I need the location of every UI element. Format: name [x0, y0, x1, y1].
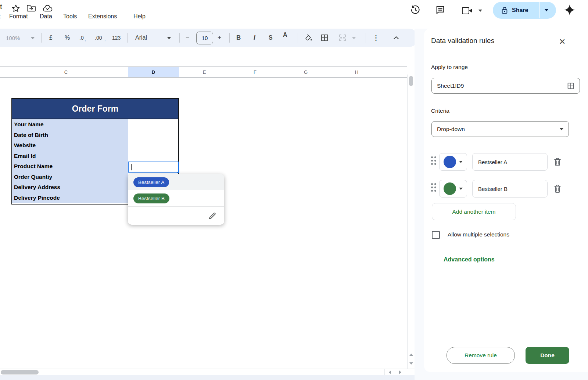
- toolbar-divider: [179, 33, 180, 43]
- rule-item-row: Bestseller B: [424, 180, 588, 198]
- horizontal-scrollbar-thumb[interactable]: [1, 370, 39, 374]
- scroll-left-button[interactable]: [384, 369, 395, 376]
- scroll-up-button[interactable]: [408, 350, 415, 359]
- order-form-label-column: Your Name Date of Birth Website Email Id…: [12, 119, 128, 203]
- more-formats-button[interactable]: 123: [112, 29, 121, 47]
- more-toolbar-button[interactable]: ⋮: [373, 29, 379, 47]
- color-picker-caret: [459, 161, 463, 163]
- selected-cell-d9[interactable]: [128, 162, 179, 173]
- cell-delivery-pincode[interactable]: Delivery Pincode: [12, 193, 128, 203]
- share-dropdown-caret[interactable]: [545, 9, 548, 11]
- dropdown-chip-bestseller-a[interactable]: Bestseller A: [133, 177, 169, 187]
- advanced-options-link[interactable]: Advanced options: [444, 256, 495, 263]
- cell-delivery-address[interactable]: Delivery Address: [12, 182, 128, 193]
- menu-format[interactable]: Format: [9, 13, 28, 20]
- item-input-bestseller-b[interactable]: Bestseller B: [472, 180, 548, 198]
- vertical-scrollbar[interactable]: [407, 75, 415, 375]
- font-size-input[interactable]: 10: [196, 32, 213, 44]
- merge-cells-button[interactable]: [338, 29, 347, 47]
- column-header-g[interactable]: G: [280, 67, 331, 77]
- item-color-picker[interactable]: [439, 180, 467, 198]
- decrease-decimal-button[interactable]: .0←: [79, 29, 88, 47]
- menu-extensions[interactable]: Extensions: [88, 13, 117, 20]
- column-header-e[interactable]: E: [179, 67, 230, 77]
- horizontal-scrollbar[interactable]: [0, 369, 415, 376]
- item-input-bestseller-a[interactable]: Bestseller A: [472, 153, 548, 171]
- dropdown-option-row[interactable]: Bestseller A: [128, 174, 224, 190]
- bold-button[interactable]: B: [236, 29, 241, 47]
- dropdown-option-row[interactable]: Bestseller B: [128, 190, 224, 206]
- zoom-control[interactable]: 100%: [6, 29, 20, 47]
- cell-email-id[interactable]: Email Id: [12, 151, 128, 162]
- comment-icon[interactable]: [435, 5, 445, 15]
- cell-website[interactable]: Website: [12, 140, 128, 151]
- share-button-group[interactable]: Share: [493, 2, 556, 19]
- edit-pencil-icon[interactable]: [208, 211, 217, 220]
- collapse-toolbar-icon[interactable]: [392, 29, 400, 47]
- cell-your-name[interactable]: Your Name: [12, 119, 128, 130]
- allow-multiple-label: Allow multiple selections: [448, 231, 509, 238]
- dropdown-chip-bestseller-b[interactable]: Bestseller B: [133, 193, 169, 203]
- drag-handle-icon[interactable]: [431, 156, 436, 167]
- cloud-saved-icon[interactable]: [43, 4, 53, 12]
- strikethrough-button[interactable]: S: [269, 29, 273, 47]
- share-divider: [539, 2, 540, 18]
- allow-multiple-checkbox[interactable]: [432, 231, 440, 239]
- done-button[interactable]: Done: [526, 347, 569, 364]
- select-range-grid-icon[interactable]: [567, 82, 574, 90]
- column-header-f[interactable]: F: [230, 67, 281, 77]
- cell-order-quantity[interactable]: Order Quantiy: [12, 172, 128, 182]
- add-another-item-button[interactable]: Add another item: [432, 203, 516, 220]
- item-color-picker[interactable]: [439, 153, 467, 171]
- delete-item-icon[interactable]: [553, 157, 562, 167]
- version-history-icon[interactable]: [410, 5, 420, 15]
- merge-caret[interactable]: [352, 37, 356, 39]
- decrease-font-size-button[interactable]: −: [186, 29, 190, 47]
- borders-button[interactable]: [320, 29, 329, 47]
- range-input[interactable]: Sheet1!D9: [431, 78, 580, 94]
- remove-rule-button[interactable]: Remove rule: [447, 347, 515, 364]
- column-header-c[interactable]: C: [4, 67, 128, 77]
- menu-tools[interactable]: Tools: [63, 13, 77, 20]
- star-icon[interactable]: [11, 4, 21, 13]
- menu-data[interactable]: Data: [40, 13, 52, 20]
- scroll-down-button[interactable]: [408, 359, 415, 368]
- range-value: Sheet1!D9: [437, 83, 464, 89]
- cell-product-name[interactable]: Product Name: [12, 161, 128, 172]
- menu-help[interactable]: Help: [133, 13, 146, 20]
- move-folder-icon[interactable]: [26, 4, 36, 12]
- dropdown-popup-footer: [128, 206, 224, 225]
- menu-fragment: t: [0, 13, 0, 20]
- close-panel-icon[interactable]: ✕: [558, 37, 567, 46]
- vertical-scrollbar-thumb[interactable]: [409, 76, 413, 86]
- drag-handle-icon[interactable]: [431, 183, 436, 194]
- text-color-button[interactable]: A: [283, 32, 287, 37]
- scroll-right-button[interactable]: [395, 369, 405, 376]
- color-swatch-blue: [444, 156, 456, 168]
- color-picker-caret: [459, 188, 463, 190]
- criteria-select[interactable]: Drop-down: [431, 121, 569, 137]
- meet-video-icon[interactable]: [462, 6, 474, 15]
- order-form-title[interactable]: Order Form: [12, 99, 178, 119]
- share-button-label[interactable]: Share: [512, 7, 528, 14]
- column-header-partial-right[interactable]: [382, 67, 407, 77]
- cell-date-of-birth[interactable]: Date of Birth: [12, 130, 128, 141]
- column-header-d[interactable]: D: [128, 67, 179, 77]
- zoom-caret[interactable]: [31, 37, 35, 39]
- italic-button[interactable]: I: [254, 29, 255, 47]
- toolbar-divider: [366, 33, 366, 43]
- percent-format-button[interactable]: %: [65, 29, 70, 47]
- google-sheets-window: t t Format Data Tools Extensions Help Sh…: [0, 0, 588, 380]
- increase-decimal-button[interactable]: .00→: [95, 29, 106, 47]
- criteria-caret: [560, 128, 563, 130]
- font-family-select[interactable]: Arial: [135, 29, 147, 47]
- currency-format-button[interactable]: £: [49, 29, 53, 47]
- font-family-caret[interactable]: [167, 37, 171, 39]
- gemini-sparkle-icon[interactable]: [564, 4, 576, 16]
- meet-dropdown-caret[interactable]: [478, 10, 482, 12]
- increase-font-size-button[interactable]: +: [218, 29, 222, 47]
- delete-item-icon[interactable]: [553, 184, 562, 193]
- fill-color-button[interactable]: [304, 29, 312, 47]
- column-header-h[interactable]: H: [331, 67, 383, 77]
- panel-divider: [424, 56, 588, 56]
